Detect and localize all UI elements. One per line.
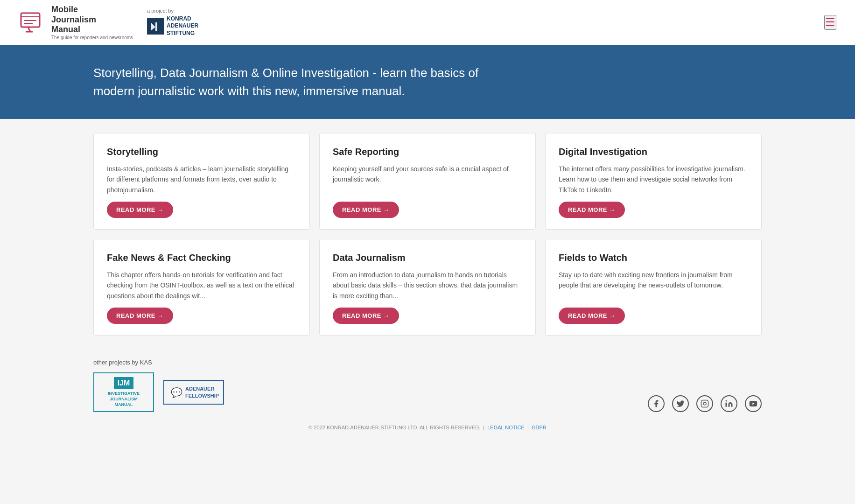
card-title-digital-investigation: Digital Investigation — [559, 147, 748, 157]
hero-section: Storytelling, Data Journalism & Online I… — [0, 45, 855, 119]
logo-area: Mobile Journalism Manual The guide for r… — [19, 5, 133, 40]
cards-grid: Storytelling Insta-stories, podcasts & a… — [93, 133, 762, 336]
card-storytelling: Storytelling Insta-stories, podcasts & a… — [93, 133, 310, 230]
read-more-button-safe-reporting[interactable]: READ MORE → — [333, 202, 399, 218]
ijm-logo[interactable]: IJM INVESTIGATIVE JOURNALISM MANUAL — [93, 372, 154, 412]
legal-notice-link[interactable]: LEGAL NOTICE — [487, 425, 525, 430]
logo-title: Mobile Journalism Manual — [51, 5, 133, 35]
card-desc-safe-reporting: Keeping yourself and your sources safe i… — [333, 164, 522, 195]
card-title-storytelling: Storytelling — [107, 147, 296, 157]
read-more-button-fields-to-watch[interactable]: READ MORE → — [559, 308, 625, 324]
card-desc-digital-investigation: The internet offers many possibilities f… — [559, 164, 748, 195]
footer-row: other projects by KAS IJM INVESTIGATIVE … — [0, 350, 855, 417]
card-fake-news: Fake News & Fact Checking This chapter o… — [93, 239, 310, 336]
svg-rect-9 — [701, 400, 708, 407]
header: Mobile Journalism Manual The guide for r… — [0, 0, 855, 45]
svg-rect-8 — [155, 22, 157, 31]
adenauer-text: ADENAUER FELLOWSHIP — [185, 385, 219, 399]
twitter-icon[interactable] — [672, 395, 689, 412]
kas-logo-box — [147, 18, 164, 35]
adenauer-icon: 💬 — [171, 387, 182, 398]
kas-logo: KONRAD ADENAUER STIFTUNG — [147, 15, 198, 37]
header-left: Mobile Journalism Manual The guide for r… — [19, 5, 198, 40]
youtube-icon[interactable] — [745, 395, 762, 412]
hero-text: Storytelling, Data Journalism & Online I… — [93, 64, 513, 100]
logo-icon — [19, 8, 47, 36]
svg-point-11 — [726, 400, 727, 402]
card-fields-to-watch: Fields to Watch Stay up to date with exc… — [545, 239, 762, 336]
hamburger-button[interactable]: ☰ — [824, 15, 836, 30]
linkedin-icon[interactable] — [721, 395, 737, 412]
card-title-fields-to-watch: Fields to Watch — [559, 252, 748, 263]
facebook-icon[interactable] — [648, 395, 665, 412]
read-more-button-storytelling[interactable]: READ MORE → — [107, 202, 173, 218]
adenauer-logo[interactable]: 💬 ADENAUER FELLOWSHIP — [163, 380, 224, 405]
read-more-button-fake-news[interactable]: READ MORE → — [107, 308, 173, 324]
card-desc-data-journalism: From an introduction to data journalism … — [333, 270, 522, 301]
cards-section: Storytelling Insta-stories, podcasts & a… — [0, 119, 855, 350]
card-safe-reporting: Safe Reporting Keeping yourself and your… — [319, 133, 536, 230]
footer-bottom: © 2022 KONRAD-ADENAUER-STIFTUNG LTD. ALL… — [0, 417, 855, 438]
read-more-button-digital-investigation[interactable]: READ MORE → — [559, 202, 625, 218]
project-by: a project by KONRAD ADENAUER STIFTUNG — [147, 8, 198, 37]
project-by-label: a project by — [147, 8, 198, 14]
social-icons — [648, 395, 762, 412]
card-title-safe-reporting: Safe Reporting — [333, 147, 522, 157]
card-desc-fake-news: This chapter offers hands-on tutorials f… — [107, 270, 296, 301]
read-more-button-data-journalism[interactable]: READ MORE → — [333, 308, 399, 324]
card-data-journalism: Data Journalism From an introduction to … — [319, 239, 536, 336]
instagram-icon[interactable] — [696, 395, 713, 412]
ijm-badge: IJM — [114, 377, 134, 389]
project-logos: IJM INVESTIGATIVE JOURNALISM MANUAL 💬 AD… — [93, 372, 224, 412]
card-desc-fields-to-watch: Stay up to date with exciting new fronti… — [559, 270, 748, 301]
logo-subtitle: The guide for reporters and newsrooms — [51, 35, 133, 40]
card-title-data-journalism: Data Journalism — [333, 252, 522, 263]
copyright-text: © 2022 KONRAD-ADENAUER-STIFTUNG LTD. ALL… — [308, 425, 480, 430]
ijm-text: INVESTIGATIVE JOURNALISM MANUAL — [108, 391, 140, 407]
gdpr-link[interactable]: GDPR — [532, 425, 547, 430]
card-digital-investigation: Digital Investigation The internet offer… — [545, 133, 762, 230]
footer-projects: other projects by KAS IJM INVESTIGATIVE … — [93, 359, 224, 412]
card-title-fake-news: Fake News & Fact Checking — [107, 252, 296, 263]
card-desc-storytelling: Insta-stories, podcasts & articles – lea… — [107, 164, 296, 195]
kas-name: KONRAD ADENAUER STIFTUNG — [167, 15, 198, 37]
logo-text-block: Mobile Journalism Manual The guide for r… — [51, 5, 133, 40]
other-projects-label: other projects by KAS — [93, 359, 224, 366]
